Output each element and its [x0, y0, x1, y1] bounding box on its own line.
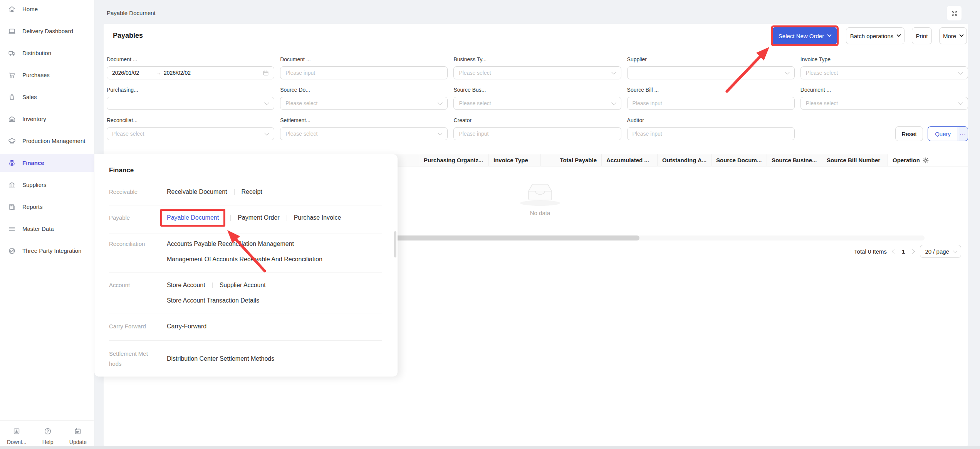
- source-business-select[interactable]: Please select: [453, 97, 621, 110]
- bottom-edge-strip: [0, 446, 980, 449]
- popup-scrollbar-thumb[interactable]: [394, 231, 396, 257]
- menu-item-payment-order[interactable]: Payment Order: [238, 213, 279, 223]
- horizontal-scrollbar-track[interactable]: [347, 235, 925, 240]
- more-button[interactable]: More: [939, 27, 967, 44]
- sidebar-item-label: Inventory: [22, 116, 46, 122]
- filter-source-document: Source Do... Please select: [280, 87, 448, 110]
- download-button[interactable]: Downl...: [7, 427, 27, 445]
- empty-state: No data: [509, 181, 571, 216]
- sidebar-item-sales[interactable]: Sales: [0, 88, 94, 106]
- menu-item-management-of-accounts-receivable-and-reconciliation[interactable]: Management Of Accounts Receivable And Re…: [167, 254, 322, 264]
- truck-icon: [8, 49, 16, 57]
- sidebar-item-reports[interactable]: Reports: [0, 198, 94, 216]
- menu-item-receivable-document[interactable]: Receivable Document: [167, 187, 227, 197]
- page-size-select[interactable]: 20 / page: [920, 245, 961, 258]
- menu-section-payable: Payable Payable Document Payment Order P…: [109, 213, 384, 223]
- toolbar: Select New Order Batch operations Print …: [771, 24, 967, 48]
- invoice-type-select[interactable]: Please select: [800, 66, 968, 79]
- query-button[interactable]: Query: [928, 126, 958, 141]
- update-button[interactable]: Update: [69, 427, 87, 445]
- menu-item-accounts-payable-reconciliation-management[interactable]: Accounts Payable Reconciliation Manageme…: [167, 239, 294, 249]
- page-number[interactable]: 1: [902, 248, 905, 255]
- col-operation[interactable]: Operation: [888, 154, 968, 166]
- chevron-down-icon: [953, 249, 957, 253]
- column-settings-gear-icon[interactable]: [923, 157, 929, 163]
- fullscreen-icon: [951, 10, 958, 17]
- select-new-order-button[interactable]: Select New Order: [773, 27, 837, 44]
- date-end-input[interactable]: [164, 70, 205, 76]
- sidebar-item-master-data[interactable]: Master Data: [0, 220, 94, 238]
- col-source-bill-number[interactable]: Source Bill Number: [822, 154, 888, 166]
- help-button[interactable]: Help: [42, 427, 54, 445]
- chevron-down-icon: [438, 100, 443, 105]
- batch-operations-button[interactable]: Batch operations: [846, 27, 904, 44]
- sidebar-item-label: Home: [22, 6, 38, 12]
- menu-item-store-account-transaction-details[interactable]: Store Account Transaction Details: [167, 296, 259, 306]
- source-document-select[interactable]: Please select: [280, 97, 448, 110]
- col-source-business[interactable]: Source Busine...: [767, 154, 822, 166]
- print-button[interactable]: Print: [912, 27, 932, 44]
- prev-page-icon[interactable]: [892, 249, 897, 254]
- menu-section-carry-forward: Carry Forward Carry-Forward: [109, 321, 384, 331]
- filter-source-bill: Source Bill ...: [627, 87, 795, 110]
- supplier-select[interactable]: [627, 66, 795, 79]
- page-tab-title: Payable Document: [107, 10, 156, 16]
- filter-settlement: Settlement... Please select: [280, 117, 448, 141]
- chevron-down-icon: [438, 131, 443, 136]
- menu-item-carry-forward[interactable]: Carry-Forward: [167, 321, 206, 331]
- sidebar-item-three-party-integration[interactable]: Three Party Integration: [0, 242, 94, 260]
- report-icon: [8, 203, 16, 211]
- col-outstanding[interactable]: Outstanding A...: [658, 154, 712, 166]
- settlement-select[interactable]: Please select: [280, 127, 448, 140]
- document-number-input[interactable]: [285, 70, 442, 76]
- chevron-down-icon: [959, 33, 963, 37]
- chef-hat-icon: [8, 137, 16, 145]
- query-more-button[interactable]: ···: [958, 126, 968, 141]
- menu-item-receipt[interactable]: Receipt: [242, 187, 262, 197]
- document-date-range-picker[interactable]: →: [107, 66, 274, 79]
- home-icon: [8, 5, 16, 13]
- col-total-payable[interactable]: Total Payable: [541, 154, 602, 166]
- menu-section-reconciliation: Reconciliation Accounts Payable Reconcil…: [109, 239, 384, 264]
- creator-input[interactable]: [459, 131, 616, 137]
- sidebar-item-home[interactable]: Home: [0, 0, 94, 18]
- col-accumulated[interactable]: Accumulated ...: [602, 154, 658, 166]
- sidebar-item-suppliers[interactable]: Suppliers: [0, 176, 94, 194]
- sidebar-item-label: Three Party Integration: [22, 247, 81, 254]
- sidebar-item-production-management[interactable]: Production Management: [0, 132, 94, 150]
- filter-document-status: Document ... Please select: [800, 87, 968, 110]
- pagination-total: Total 0 Items: [854, 248, 887, 255]
- reconciliation-select[interactable]: Please select: [107, 127, 274, 140]
- empty-inbox-icon: [509, 181, 571, 207]
- sidebar-item-distribution[interactable]: Distribution: [0, 44, 94, 62]
- menu-item-supplier-account[interactable]: Supplier Account: [220, 280, 266, 290]
- menu-item-distribution-center-settlement-methods[interactable]: Distribution Center Settlement Methods: [167, 354, 274, 364]
- col-invoice-type[interactable]: Invoice Type: [489, 154, 541, 166]
- fullscreen-button[interactable]: [947, 6, 962, 20]
- col-source-document[interactable]: Source Docum...: [712, 154, 767, 166]
- filter-purchasing: Purchasing...: [107, 87, 274, 110]
- chevron-down-icon: [264, 100, 269, 105]
- col-purchasing-organization[interactable]: Purchasing Organiz...: [419, 154, 489, 166]
- filter-invoice-type: Invoice Type Please select: [800, 56, 968, 79]
- filter-form: Document ... → Document ... Business Ty.…: [107, 56, 968, 148]
- auditor-input[interactable]: [633, 131, 789, 137]
- chevron-down-icon: [264, 131, 269, 136]
- purchasing-select[interactable]: [107, 97, 274, 110]
- reset-button[interactable]: Reset: [895, 126, 923, 141]
- sidebar-item-finance[interactable]: Finance: [0, 154, 94, 172]
- business-type-select[interactable]: Please select: [453, 66, 621, 79]
- menu-item-purchase-invoice[interactable]: Purchase Invoice: [294, 213, 341, 223]
- filter-reconciliation: Reconciliat... Please select: [107, 117, 274, 141]
- next-page-icon[interactable]: [910, 249, 915, 254]
- link-icon: [8, 247, 16, 255]
- sidebar-item-inventory[interactable]: Inventory: [0, 110, 94, 128]
- source-bill-input[interactable]: [633, 100, 789, 106]
- date-start-input[interactable]: [112, 70, 154, 76]
- document-status-select[interactable]: Please select: [800, 97, 968, 110]
- sidebar-item-delivery-dashboard[interactable]: Delivery Dashboard: [0, 22, 94, 40]
- sidebar-item-purchases[interactable]: Purchases: [0, 66, 94, 84]
- menu-item-payable-document[interactable]: Payable Document: [160, 209, 225, 227]
- pagination: Total 0 Items 1 20 / page: [854, 245, 961, 258]
- menu-item-store-account[interactable]: Store Account: [167, 280, 205, 290]
